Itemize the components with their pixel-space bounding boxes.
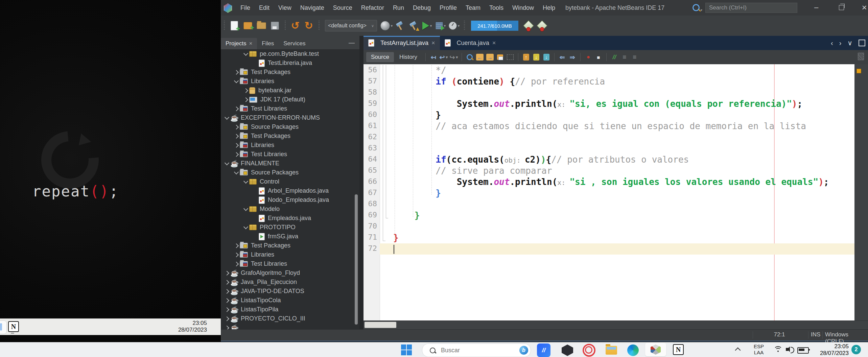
tree-row[interactable]: ListasTipoCola bbox=[221, 296, 355, 305]
chevron-right-icon[interactable] bbox=[225, 280, 229, 284]
chevron-right-icon[interactable] bbox=[225, 307, 229, 312]
clean-build-button[interactable] bbox=[407, 19, 420, 32]
wifi-icon[interactable] bbox=[774, 346, 782, 353]
paste-formatted-icon[interactable]: ↓ bbox=[541, 52, 552, 62]
chevron-down-icon[interactable] bbox=[243, 206, 248, 211]
tree-row[interactable]: Source Packages bbox=[221, 168, 355, 177]
chevron-down-icon[interactable] bbox=[243, 51, 248, 56]
close-icon[interactable]: × bbox=[492, 40, 496, 47]
chevron-right-icon[interactable] bbox=[234, 252, 239, 257]
menu-tools[interactable]: Tools bbox=[486, 3, 507, 13]
menu-refactor[interactable]: Refactor bbox=[357, 3, 388, 13]
tree-row[interactable]: Test Libraries bbox=[221, 104, 355, 113]
tree-row[interactable]: Java_Pila_Ejecucion bbox=[221, 278, 355, 287]
error-stripe[interactable] bbox=[854, 64, 868, 320]
movavi-app-icon[interactable]: // bbox=[537, 343, 550, 357]
close-icon[interactable]: × bbox=[431, 40, 435, 47]
uncomment-icon[interactable]: ≡ bbox=[619, 52, 630, 62]
chevron-right-icon[interactable] bbox=[234, 106, 239, 111]
minimize-button[interactable]: – bbox=[807, 0, 826, 15]
chevron-right-icon[interactable] bbox=[234, 143, 239, 147]
warning-marker[interactable] bbox=[857, 69, 861, 73]
menu-window[interactable]: Window bbox=[509, 3, 538, 13]
editor-tab-testarraylist-java[interactable]: TestArrayList.java× bbox=[363, 36, 440, 50]
forward-icon[interactable]: ↪▾ bbox=[449, 52, 459, 62]
code-line[interactable]: // aca estamos diciendo que si tiene un … bbox=[380, 121, 854, 132]
tree-row[interactable]: TestLibreria.java bbox=[221, 58, 355, 68]
notification-badge[interactable]: 2 bbox=[851, 345, 861, 354]
tree-row[interactable]: Control bbox=[221, 177, 355, 186]
next-bookmark-icon[interactable]: ↓ bbox=[531, 52, 541, 62]
close-icon[interactable]: × bbox=[249, 40, 252, 47]
language-indicator[interactable]: ESP LAA bbox=[751, 343, 766, 356]
chevron-down-icon[interactable] bbox=[225, 161, 229, 165]
taskbar-clock[interactable]: 23:05 28/07/2023 bbox=[810, 343, 849, 357]
insert-mode[interactable]: INS bbox=[811, 331, 820, 338]
code-area[interactable]: */ if (contiene) {// por referencia Syst… bbox=[380, 65, 854, 255]
shift-right-icon[interactable]: ⇒ bbox=[567, 52, 578, 62]
menu-view[interactable]: View bbox=[275, 3, 295, 13]
editor-tab-cuenta-java[interactable]: Cuenta.java× bbox=[440, 36, 501, 50]
chevron-right-icon[interactable] bbox=[225, 316, 229, 321]
tree-row[interactable]: Test Libraries bbox=[221, 150, 355, 159]
chevron-down-icon[interactable] bbox=[243, 179, 248, 184]
chevron-right-icon[interactable] bbox=[234, 134, 239, 138]
profile-point-button[interactable] bbox=[522, 19, 535, 32]
panel-tab-projects[interactable]: Projects× bbox=[221, 38, 257, 49]
debug-project-button[interactable]: ▾ bbox=[434, 19, 447, 32]
menu-team[interactable]: Team bbox=[462, 3, 484, 13]
code-line[interactable] bbox=[380, 143, 854, 154]
close-button[interactable]: × bbox=[855, 0, 868, 15]
taskbar-search[interactable]: b bbox=[422, 343, 531, 357]
tree-row[interactable]: Test Packages bbox=[221, 241, 355, 250]
tree-row[interactable]: Source Packages bbox=[221, 122, 355, 132]
back-icon[interactable]: ↩▾ bbox=[439, 52, 449, 62]
code-line[interactable]: if (contiene) {// por referencia bbox=[380, 76, 854, 87]
chevron-right-icon[interactable] bbox=[234, 243, 239, 248]
last-edit-location-icon[interactable]: ↤ bbox=[428, 52, 439, 62]
config-select[interactable]: <default config>∨ bbox=[325, 20, 377, 31]
start-button[interactable] bbox=[401, 344, 412, 355]
profile-point-stop-button[interactable] bbox=[535, 19, 549, 32]
new-file-button[interactable] bbox=[228, 19, 241, 32]
chevron-right-icon[interactable] bbox=[225, 289, 229, 293]
toolbar-overflow-icon[interactable] bbox=[858, 53, 864, 60]
web-browser-button[interactable]: ▾ bbox=[380, 19, 393, 32]
tree-row[interactable]: PROTOTIPO bbox=[221, 223, 355, 232]
code-line[interactable]: System.out.println(x: "si, es igual con … bbox=[380, 98, 854, 110]
scroll-tabs-right-icon[interactable]: › bbox=[839, 39, 842, 47]
tree-row[interactable]: Test Libraries bbox=[221, 259, 355, 268]
menu-help[interactable]: Help bbox=[539, 3, 559, 13]
code-line[interactable]: } bbox=[380, 232, 854, 243]
red-rings-app-icon[interactable] bbox=[582, 343, 596, 357]
chevron-right-icon[interactable] bbox=[243, 97, 248, 102]
chevron-right-icon[interactable] bbox=[225, 298, 229, 303]
panel-tab-services[interactable]: Services bbox=[279, 38, 310, 49]
chevron-down-icon[interactable] bbox=[234, 78, 239, 83]
battery-icon[interactable] bbox=[797, 347, 809, 354]
code-line[interactable]: System.out.println(x: "si , son iguales … bbox=[380, 176, 854, 188]
comment-icon[interactable]: // bbox=[609, 52, 619, 62]
menu-run[interactable]: Run bbox=[389, 3, 408, 13]
tree-row[interactable]: FINALMENTE bbox=[221, 159, 355, 168]
chevron-down-icon[interactable] bbox=[234, 170, 239, 174]
tree-row[interactable]: PROYECTO_CICLO_III bbox=[221, 314, 355, 323]
code-line[interactable]: } bbox=[380, 110, 854, 121]
new-project-button[interactable] bbox=[241, 19, 255, 32]
bing-icon[interactable]: b bbox=[519, 346, 528, 355]
menu-profile[interactable]: Profile bbox=[436, 3, 461, 13]
tree-row[interactable]: Libraries bbox=[221, 141, 355, 150]
notion-taskbar-icon[interactable]: N bbox=[673, 344, 684, 355]
chevron-right-icon[interactable] bbox=[234, 261, 239, 266]
chevron-right-icon[interactable] bbox=[234, 124, 239, 129]
redo-button[interactable]: ↻ bbox=[302, 19, 315, 32]
panel-splitter[interactable] bbox=[359, 36, 363, 330]
tree-row[interactable]: JAVA-TIPO-DE-DATOS bbox=[221, 287, 355, 296]
tab-list-icon[interactable]: ∨ bbox=[847, 39, 852, 47]
save-all-button[interactable] bbox=[268, 19, 282, 32]
tree-row[interactable]: Test Packages bbox=[221, 132, 355, 141]
chevron-right-icon[interactable] bbox=[234, 70, 239, 74]
horizontal-scrollbar[interactable] bbox=[363, 320, 868, 330]
previous-occurrence-icon[interactable]: ← bbox=[475, 52, 485, 62]
tree-row[interactable]: ListasTipoPila bbox=[221, 305, 355, 314]
